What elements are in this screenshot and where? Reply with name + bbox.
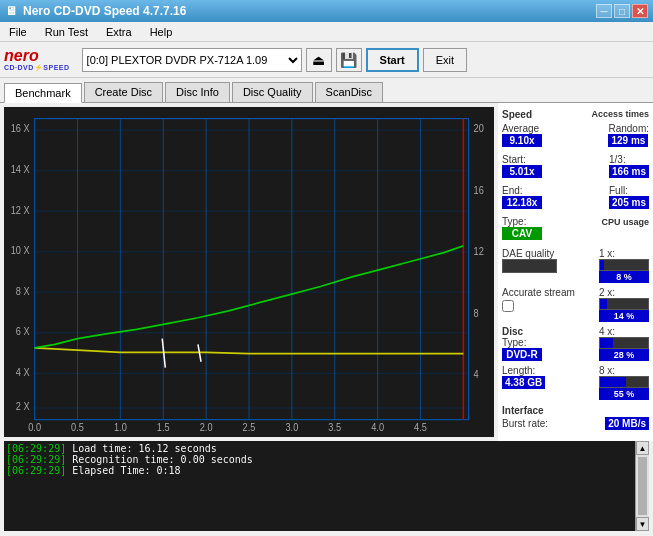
stats-panel: Speed Access times Average 9.10x Random:… — [498, 103, 653, 441]
svg-text:10 X: 10 X — [11, 245, 30, 257]
start-stat: Start: 5.01x — [502, 154, 542, 178]
tab-create-disc[interactable]: Create Disc — [84, 82, 163, 102]
tab-benchmark[interactable]: Benchmark — [4, 83, 82, 103]
svg-text:0.5: 0.5 — [71, 422, 84, 434]
exit-button[interactable]: Exit — [423, 48, 467, 72]
cpu-8x-label: 8 x: — [599, 365, 649, 376]
interface-section-title: Interface — [502, 405, 544, 416]
interface-block: Interface Burst rate: 20 MB/s — [502, 405, 649, 430]
log-message-3: Elapsed Time: 0:18 — [72, 465, 180, 476]
chart-svg: 16 X 14 X 12 X 10 X 8 X 6 X 4 X 2 X 20 1… — [4, 107, 494, 437]
svg-text:2 X: 2 X — [16, 401, 30, 413]
svg-text:4.0: 4.0 — [371, 422, 384, 434]
cpu-1x-bar-bg — [599, 259, 649, 271]
log-line-2: [06:29:29] Recognition time: 0.00 second… — [6, 454, 633, 465]
average-value: 9.10x — [502, 134, 542, 147]
svg-text:12 X: 12 X — [11, 204, 30, 216]
cpu-2x-value: 14 % — [599, 310, 649, 322]
menu-bar: File Run Test Extra Help — [0, 22, 653, 42]
window-title: Nero CD-DVD Speed 4.7.7.16 — [23, 4, 186, 18]
log-content: [06:29:29] Load time: 16.12 seconds [06:… — [4, 441, 635, 531]
log-message-1: Load time: 16.12 seconds — [72, 443, 217, 454]
end-label: End: — [502, 185, 542, 196]
cpu-2x-label: 2 x: — [599, 287, 649, 298]
cpu-section-title: CPU usage — [601, 217, 649, 227]
one-third-value: 166 ms — [609, 165, 649, 178]
cpu-4x-label: 4 x: — [599, 326, 649, 337]
average-stat: Average 9.10x — [502, 123, 542, 147]
cpu-4x-block: 4 x: 28 % — [599, 326, 649, 361]
one-third-label: 1/3: — [609, 154, 649, 165]
log-area: [06:29:29] Load time: 16.12 seconds [06:… — [4, 441, 649, 531]
cpu-2x-bar-fill — [600, 299, 607, 309]
burst-rate-label: Burst rate: — [502, 418, 548, 429]
cpu-4x-value: 28 % — [599, 349, 649, 361]
tab-disc-quality[interactable]: Disc Quality — [232, 82, 313, 102]
svg-text:1.0: 1.0 — [114, 422, 127, 434]
scroll-thumb[interactable] — [638, 457, 647, 515]
menu-help[interactable]: Help — [145, 24, 178, 40]
eject-button[interactable]: ⏏ — [306, 48, 332, 72]
tab-bar: Benchmark Create Disc Disc Info Disc Qua… — [0, 78, 653, 103]
log-scrollbar[interactable]: ▲ ▼ — [635, 441, 649, 531]
drive-selector[interactable]: [0:0] PLEXTOR DVDR PX-712A 1.09 — [82, 48, 302, 72]
maximize-button[interactable]: □ — [614, 4, 630, 18]
close-button[interactable]: ✕ — [632, 4, 648, 18]
random-label: Random: — [608, 123, 649, 134]
log-timestamp-2: [06:29:29] — [6, 454, 66, 465]
svg-text:14 X: 14 X — [11, 163, 30, 175]
type-value: CAV — [502, 227, 542, 240]
svg-text:16 X: 16 X — [11, 123, 30, 135]
log-message-2: Recognition time: 0.00 seconds — [72, 454, 253, 465]
accurate-stream-checkbox[interactable] — [502, 300, 514, 312]
full-stat: Full: 205 ms — [609, 185, 649, 209]
log-line-3: [06:29:29] Elapsed Time: 0:18 — [6, 465, 633, 476]
type-stat: Type: CAV — [502, 216, 542, 240]
accurate-stream-block: Accurate stream — [502, 287, 575, 314]
menu-file[interactable]: File — [4, 24, 32, 40]
scroll-up-button[interactable]: ▲ — [636, 441, 649, 455]
log-line-1: [06:29:29] Load time: 16.12 seconds — [6, 443, 633, 454]
access-section-title: Access times — [591, 109, 649, 120]
scroll-down-button[interactable]: ▼ — [636, 517, 649, 531]
cpu-2x-block: 2 x: 14 % — [599, 287, 649, 322]
svg-text:3.5: 3.5 — [328, 422, 341, 434]
random-stat: Random: 129 ms — [608, 123, 649, 147]
disc-length-label: Length: — [502, 365, 545, 376]
start-value: 5.01x — [502, 165, 542, 178]
accurate-stream-row — [502, 300, 575, 312]
menu-run-test[interactable]: Run Test — [40, 24, 93, 40]
disc-type-label: Type: — [502, 337, 542, 348]
disc-type-value: DVD-R — [502, 348, 542, 361]
disc-section-title: Disc — [502, 326, 523, 337]
svg-text:12: 12 — [474, 246, 484, 258]
main-content: 16 X 14 X 12 X 10 X 8 X 6 X 4 X 2 X 20 1… — [0, 103, 653, 535]
toolbar: nero CD·DVD⚡SPEED [0:0] PLEXTOR DVDR PX-… — [0, 42, 653, 78]
svg-text:2.0: 2.0 — [200, 422, 213, 434]
svg-text:4: 4 — [474, 368, 480, 380]
dae-quality-bar — [502, 259, 557, 273]
svg-text:6 X: 6 X — [16, 326, 30, 338]
svg-text:4.5: 4.5 — [414, 422, 427, 434]
cpu-1x-bar-fill — [600, 260, 604, 270]
random-value: 129 ms — [608, 134, 648, 147]
burst-rate-value: 20 MB/s — [605, 417, 649, 430]
svg-text:3.0: 3.0 — [285, 422, 298, 434]
svg-text:16: 16 — [474, 184, 485, 196]
save-button[interactable]: 💾 — [336, 48, 362, 72]
svg-text:20: 20 — [474, 123, 485, 135]
nero-logo: nero CD·DVD⚡SPEED — [4, 48, 70, 72]
end-stat: End: 12.18x — [502, 185, 542, 209]
svg-text:1.5: 1.5 — [157, 422, 170, 434]
svg-text:2.5: 2.5 — [243, 422, 256, 434]
log-timestamp-3: [06:29:29] — [6, 465, 66, 476]
log-timestamp-1: [06:29:29] — [6, 443, 66, 454]
minimize-button[interactable]: ─ — [596, 4, 612, 18]
cpu-1x-block: 1 x: 8 % — [599, 248, 649, 283]
start-button[interactable]: Start — [366, 48, 419, 72]
tab-disc-info[interactable]: Disc Info — [165, 82, 230, 102]
menu-extra[interactable]: Extra — [101, 24, 137, 40]
tab-scan-disc[interactable]: ScanDisc — [315, 82, 383, 102]
nero-brand: nero — [4, 48, 70, 64]
one-third-stat: 1/3: 166 ms — [609, 154, 649, 178]
